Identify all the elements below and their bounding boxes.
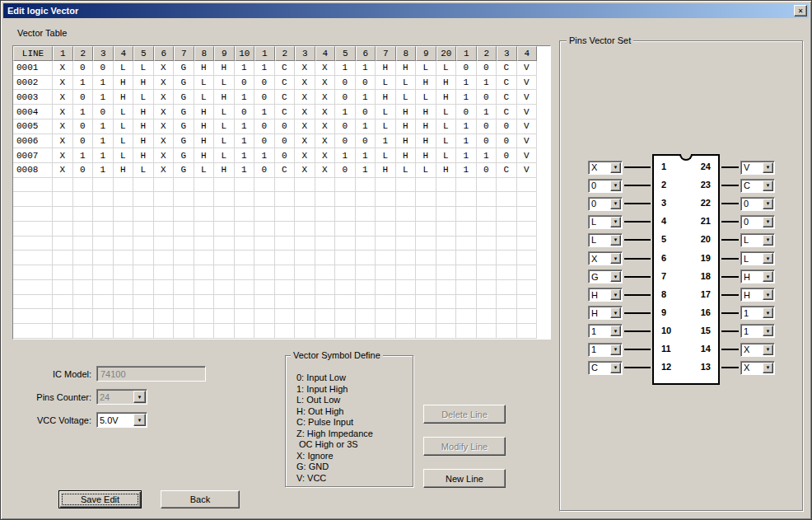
chevron-down-icon[interactable]: ▼ — [763, 326, 773, 336]
table-row[interactable]: 0002X11HHXGLL00CXX00LLHH11CV — [13, 76, 550, 91]
pin-12-value-select[interactable]: C▼ — [588, 361, 623, 375]
table-row[interactable]: 0008X01HLXGLH10CXX01HLLH10CV — [13, 163, 550, 178]
pin-21-value-select[interactable]: 0▼ — [740, 215, 775, 229]
pin-4-value-select[interactable]: L▼ — [588, 215, 623, 229]
vector-table[interactable]: LINE12345678910123456789201234 0001X00LL… — [12, 45, 551, 340]
chip-pin-number: 15 — [701, 321, 711, 340]
chevron-down-icon[interactable]: ▼ — [610, 363, 621, 373]
table-row[interactable]: 0005X01LHXGHL100XX01LHHL100V — [13, 119, 550, 134]
pin-13-value: X — [741, 362, 762, 374]
chevron-down-icon[interactable]: ▼ — [610, 326, 621, 336]
ic-chip-diagram: 123456789101112 242322212019181716151413 — [652, 154, 720, 385]
table-row[interactable]: 0004X10LHXGHL01CXX10LHHL01CV — [13, 105, 550, 119]
table-row-empty[interactable] — [13, 178, 550, 193]
chevron-down-icon[interactable]: ▼ — [763, 217, 773, 227]
pin-8-value-select[interactable]: H▼ — [588, 288, 623, 302]
pin-1-value-select[interactable]: X▼ — [588, 161, 623, 175]
table-row-empty[interactable] — [13, 309, 550, 324]
vcc-voltage-select[interactable]: 5.0V ▼ — [96, 412, 147, 428]
table-header-cell: 8 — [396, 46, 417, 61]
table-row[interactable]: 0001X00LLXGHH11CXX11HHLL00CV — [13, 61, 550, 76]
chip-pin-number: 6 — [661, 248, 666, 266]
vector-cell — [93, 192, 114, 207]
vector-cell — [295, 178, 315, 193]
chevron-down-icon[interactable]: ▼ — [133, 414, 146, 426]
vector-cell — [154, 265, 175, 280]
pin-18-value-select[interactable]: H▼ — [740, 269, 775, 283]
table-row-empty[interactable] — [13, 265, 550, 280]
chevron-down-icon[interactable]: ▼ — [763, 289, 773, 300]
pin-5-value-select[interactable]: L▼ — [588, 233, 623, 247]
table-row[interactable]: 0003X01HLXGLH10CXX01HLLH10CV — [13, 90, 550, 105]
table-row-empty[interactable] — [13, 324, 550, 339]
vector-cell — [194, 280, 215, 295]
pin-13-value-select[interactable]: X▼ — [740, 361, 775, 375]
pin-7-value-select[interactable]: G▼ — [588, 269, 623, 283]
pin-16-value-select[interactable]: 1▼ — [740, 306, 775, 320]
vector-cell: H — [114, 76, 134, 91]
chevron-down-icon[interactable]: ▼ — [763, 307, 773, 318]
chevron-down-icon[interactable]: ▼ — [610, 180, 621, 191]
chevron-down-icon[interactable]: ▼ — [763, 199, 773, 209]
pin-17-value-select[interactable]: H▼ — [740, 288, 775, 302]
pin-15-value-select[interactable]: 1▼ — [740, 324, 775, 338]
chevron-down-icon[interactable]: ▼ — [610, 271, 621, 282]
chevron-down-icon[interactable]: ▼ — [763, 235, 773, 246]
vector-cell — [477, 324, 497, 339]
chevron-down-icon[interactable]: ▼ — [763, 162, 773, 173]
pin-14-value-select[interactable]: X▼ — [740, 343, 775, 357]
line-number-cell — [13, 178, 53, 193]
back-button[interactable]: Back — [161, 490, 240, 508]
table-row[interactable]: 0006X01LHXGHL100XX001HHL100V — [13, 134, 550, 149]
close-icon[interactable]: ✕ — [794, 5, 807, 16]
table-row-empty[interactable] — [13, 251, 550, 265]
pin-24-value-select[interactable]: V▼ — [740, 161, 775, 175]
pin-3-value-select[interactable]: 0▼ — [588, 197, 623, 211]
pin-2-value-select[interactable]: 0▼ — [588, 179, 623, 193]
vector-cell: 1 — [356, 61, 376, 76]
pin-22-value-select[interactable]: 0▼ — [740, 197, 775, 211]
pin-10-value-select[interactable]: 1▼ — [588, 324, 623, 338]
vector-cell — [436, 222, 457, 237]
table-row-empty[interactable] — [13, 207, 550, 222]
pin-2-value: 0 — [589, 180, 609, 192]
vector-cell: X — [295, 134, 315, 149]
titlebar[interactable]: Edit logic Vector ✕ — [3, 3, 809, 18]
vector-symbol-define-label: Vector Symbol Define — [291, 350, 383, 360]
table-row-empty[interactable] — [13, 237, 550, 251]
table-row[interactable]: 0007X11LHXGHL110XX11LHHL110V — [13, 148, 550, 163]
chevron-down-icon[interactable]: ▼ — [610, 307, 621, 318]
vector-cell: 0 — [73, 90, 94, 105]
chevron-down-icon[interactable]: ▼ — [610, 235, 621, 246]
chevron-down-icon[interactable]: ▼ — [763, 180, 773, 191]
vector-cell — [477, 309, 497, 324]
new-line-button[interactable]: New Line — [423, 469, 506, 488]
chevron-down-icon[interactable]: ▼ — [610, 253, 621, 264]
vector-cell — [335, 207, 356, 222]
pin-20-value-select[interactable]: L▼ — [740, 233, 775, 247]
chevron-down-icon[interactable]: ▼ — [763, 271, 773, 282]
chevron-down-icon[interactable]: ▼ — [763, 253, 773, 264]
symbol-line: L: Out Low — [296, 395, 373, 406]
vector-cell — [235, 192, 255, 207]
pin-9-value-select[interactable]: H▼ — [588, 306, 623, 320]
table-row-empty[interactable] — [13, 280, 550, 295]
chevron-down-icon[interactable]: ▼ — [763, 363, 773, 373]
chevron-down-icon[interactable]: ▼ — [610, 344, 621, 355]
table-row-empty[interactable] — [13, 192, 550, 207]
pin-19-value-select[interactable]: L▼ — [740, 251, 775, 265]
save-edit-button[interactable]: Save Edit — [58, 490, 142, 508]
chevron-down-icon[interactable]: ▼ — [610, 289, 621, 300]
chevron-down-icon[interactable]: ▼ — [610, 217, 621, 227]
chevron-down-icon[interactable]: ▼ — [763, 344, 773, 355]
pin-11-value-select[interactable]: 1▼ — [588, 343, 623, 357]
chevron-down-icon[interactable]: ▼ — [610, 199, 621, 209]
table-row-empty[interactable] — [13, 295, 550, 310]
table-body[interactable]: 0001X00LLXGHH11CXX11HHLL00CV0002X11HHXGL… — [13, 61, 550, 339]
vector-cell: H — [194, 119, 215, 134]
chevron-down-icon[interactable]: ▼ — [610, 162, 621, 173]
pin-23-value-select[interactable]: C▼ — [740, 179, 775, 193]
table-row-empty[interactable] — [13, 222, 550, 237]
pin-6-value-select[interactable]: X▼ — [588, 251, 623, 265]
vector-cell: X — [295, 163, 315, 178]
